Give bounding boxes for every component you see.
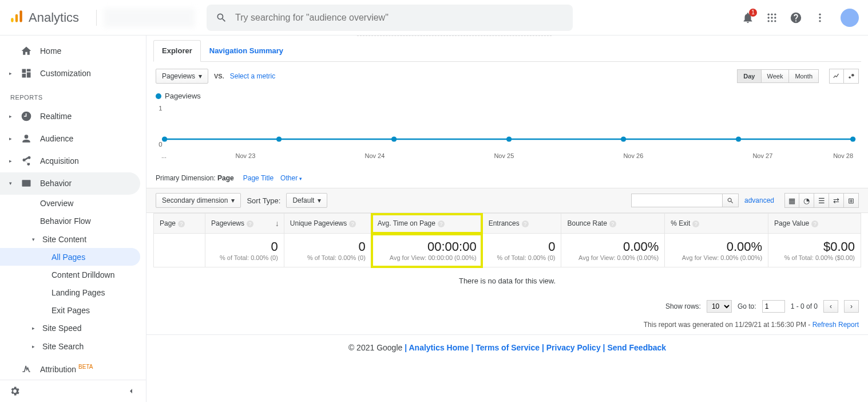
nav-audience[interactable]: ▸ Audience (0, 128, 146, 150)
col-avg-time[interactable]: Avg. Time on Page? (371, 214, 482, 234)
secondary-dimension-dropdown[interactable]: Secondary dimension▾ (156, 193, 241, 208)
table-search-button[interactable] (723, 194, 739, 207)
nav-behavior[interactable]: ▾ Behavior (0, 172, 140, 195)
svg-text:1: 1 (158, 105, 162, 112)
footer-analytics-home[interactable]: Analytics Home (409, 343, 469, 352)
logo[interactable]: Analytics (9, 9, 79, 26)
help-icon: ? (522, 220, 529, 227)
nav-acquisition[interactable]: ▸ Acquisition (0, 150, 146, 172)
granularity-day[interactable]: Day (737, 69, 761, 83)
nav-realtime[interactable]: ▸ Realtime (0, 105, 146, 128)
search-icon (727, 197, 734, 204)
chart-type-motion-icon[interactable] (844, 69, 859, 84)
nav-label: Realtime (40, 112, 72, 121)
summary-row: 0% of Total: 0.00% (0) 0% of Total: 0.00… (154, 234, 861, 267)
person-icon (21, 133, 32, 144)
advanced-link[interactable]: advanced (744, 196, 774, 204)
chevron-down-icon: ▾ (231, 196, 235, 204)
search-input[interactable] (235, 13, 564, 23)
chart-type-line-icon[interactable] (829, 69, 844, 84)
view-pie-icon[interactable]: ◔ (799, 193, 814, 208)
avatar[interactable] (841, 9, 859, 27)
main-content: Explorer Navigation Summary Pageviews▾ V… (146, 36, 868, 402)
table-search-input[interactable] (631, 194, 723, 207)
footer-privacy[interactable]: Privacy Policy (546, 343, 601, 352)
svg-point-17 (851, 74, 854, 77)
sort-type-dropdown[interactable]: Default▾ (286, 193, 327, 208)
apps-icon[interactable] (765, 11, 779, 25)
top-bar: Analytics 1 (0, 0, 868, 36)
svg-point-16 (849, 77, 851, 79)
tab-explorer[interactable]: Explorer (153, 40, 201, 62)
line-chart: 1 0 (156, 104, 859, 149)
col-page-value[interactable]: Page Value? (768, 214, 861, 234)
nav-label: Audience (40, 134, 73, 143)
svg-point-8 (774, 17, 776, 18)
tab-nav-summary[interactable]: Navigation Summary (201, 40, 292, 61)
help-icon: ? (438, 220, 445, 227)
view-comparison-icon[interactable]: ⇄ (829, 193, 844, 208)
notifications-icon[interactable]: 1 (741, 11, 755, 25)
legend-dot-icon (156, 93, 161, 99)
nav-behavior-flow[interactable]: Behavior Flow (0, 212, 146, 230)
svg-rect-1 (15, 14, 18, 22)
view-table-icon[interactable]: ▦ (784, 193, 799, 208)
help-icon: ? (609, 220, 616, 227)
dim-page[interactable]: Page (217, 174, 234, 182)
metric-dropdown[interactable]: Pageviews▾ (156, 69, 208, 84)
search-bar[interactable] (207, 5, 573, 31)
nav-behavior-overview[interactable]: Overview (0, 195, 146, 212)
footer-tos[interactable]: Terms of Service (475, 343, 540, 352)
nav-home[interactable]: Home (0, 40, 146, 62)
nav-customization[interactable]: ▸ Customization (0, 62, 146, 85)
nav-site-speed[interactable]: ▸Site Speed (0, 320, 146, 337)
svg-point-6 (768, 17, 770, 18)
view-performance-icon[interactable]: ☰ (814, 193, 829, 208)
select-metric-link[interactable]: Select a metric (230, 72, 275, 80)
footer-feedback[interactable]: Send Feedback (607, 343, 666, 352)
help-icon[interactable] (789, 11, 803, 25)
nav-all-pages[interactable]: All Pages (0, 248, 140, 266)
granularity-month[interactable]: Month (789, 69, 819, 83)
expand-icon: ▸ (32, 344, 38, 349)
next-page-button[interactable]: › (844, 300, 859, 313)
svg-point-26 (850, 137, 855, 142)
refresh-report-link[interactable]: Refresh Report (812, 321, 859, 329)
chevron-down-icon: ▾ (318, 196, 321, 204)
col-bounce[interactable]: Bounce Rate? (561, 214, 665, 234)
dim-other[interactable]: Other ▾ (280, 174, 302, 182)
col-pageviews[interactable]: Pageviews?↓ (205, 214, 284, 234)
svg-rect-0 (11, 18, 13, 22)
nav-site-search[interactable]: ▸Site Search (0, 337, 146, 355)
goto-input[interactable] (762, 300, 785, 313)
col-unique[interactable]: Unique Pageviews? (284, 214, 371, 234)
view-pivot-icon[interactable]: ⊞ (844, 193, 859, 208)
admin-gear-icon[interactable] (8, 384, 22, 398)
expand-icon: ▸ (8, 70, 13, 76)
more-icon[interactable] (813, 11, 827, 25)
col-exit[interactable]: % Exit? (665, 214, 768, 234)
col-entrances[interactable]: Entrances? (482, 214, 561, 234)
col-page[interactable]: Page? (154, 214, 205, 234)
svg-point-23 (506, 137, 512, 142)
nav-site-content[interactable]: ▾Site Content (0, 230, 146, 248)
svg-point-14 (819, 20, 821, 22)
nav-landing-pages[interactable]: Landing Pages (0, 284, 146, 302)
data-table: Page? Pageviews?↓ Unique Pageviews? Avg.… (153, 213, 861, 267)
beta-badge: BETA (78, 364, 93, 370)
nav-content-drilldown[interactable]: Content Drilldown (0, 266, 146, 283)
nav-attribution[interactable]: AttributionBETA (0, 357, 146, 380)
collapse-sidebar-icon[interactable] (124, 384, 138, 398)
nav-exit-pages[interactable]: Exit Pages (0, 302, 146, 320)
property-selector[interactable] (104, 8, 195, 27)
reports-section-label: REPORTS (0, 85, 146, 105)
dim-page-title[interactable]: Page Title (243, 174, 274, 182)
prev-page-button[interactable]: ‹ (823, 300, 838, 313)
svg-point-11 (774, 20, 776, 22)
granularity-week[interactable]: Week (762, 69, 790, 83)
nav-label: Home (40, 46, 61, 56)
svg-point-20 (162, 137, 167, 142)
app-name: Analytics (29, 10, 79, 25)
rows-select[interactable]: 10 (707, 300, 732, 313)
clock-icon (21, 111, 32, 122)
